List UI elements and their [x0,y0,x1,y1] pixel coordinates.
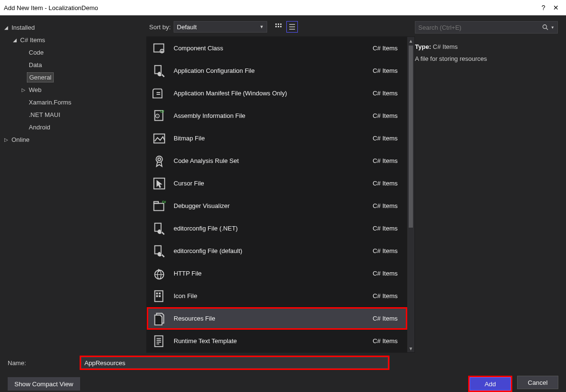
tree-item-web[interactable]: ▷Web [3,83,143,96]
template-name: Application Configuration File [174,67,359,74]
search-input[interactable] [418,24,542,31]
svg-text:i: i [157,114,158,117]
template-category: C# Items [365,292,403,300]
help-button[interactable]: ? [537,4,550,12]
chevron-right-icon: ▷ [20,87,27,92]
template-item[interactable]: Icon FileC# Items [147,285,407,307]
name-input-highlight [80,356,389,370]
svg-point-21 [158,158,161,161]
scroll-up-icon[interactable]: ▲ [407,37,414,45]
chevron-right-icon: ▷ [3,137,10,142]
pages-icon [151,310,168,327]
svg-point-20 [156,156,162,162]
bottom-bar: Name: Show Compact View Add Cancel [0,351,566,392]
template-item[interactable]: C#iAssembly Information FileC# Items [147,104,407,127]
ribbon-icon [151,152,168,170]
wrench-icon [151,242,168,260]
info-icon: C#i [151,107,168,125]
wrench-icon [151,62,168,80]
tree-item-android[interactable]: Android [3,121,143,133]
search-icon[interactable] [542,24,549,31]
template-category: C# Items [365,112,403,119]
template-toolbar: Sort by: Default ▼ [146,15,415,36]
svg-point-11 [161,50,163,52]
sort-value: Default [177,23,197,31]
svg-point-41 [543,25,547,29]
template-category: C# Items [365,157,403,164]
tree-item-label: Android [27,123,52,132]
tree-item-data[interactable]: Data [3,58,143,71]
scrollbar[interactable]: ▲ ▼ [407,37,414,352]
svg-rect-35 [159,295,161,297]
tree-item-label: Xamarin.Forms [27,98,73,107]
tree-item-online[interactable]: ▷Online [3,133,143,146]
add-button-highlight: Add [468,376,512,392]
template-item[interactable]: HTTP FileC# Items [147,262,407,285]
template-item[interactable]: Resources FileC# Items [147,307,407,330]
svg-text:C#: C# [160,110,165,113]
sort-select[interactable]: Default ▼ [174,21,267,33]
svg-rect-23 [154,203,164,210]
template-item[interactable]: Component ClassC# Items [147,37,407,59]
close-button[interactable]: ✕ [550,4,562,12]
sortby-label: Sort by: [149,23,171,31]
view-medium-icons-button[interactable] [273,21,284,33]
template-item[interactable]: Application Configuration FileC# Items [147,59,407,82]
folder-cs-icon: C# [151,197,168,215]
tree-item--net-maui[interactable]: .NET MAUI [3,108,143,121]
template-item[interactable]: Code Analysis Rule SetC# Items [147,150,407,172]
scroll-down-icon[interactable]: ▼ [407,345,414,352]
text-doc-icon [151,333,168,350]
view-list-button[interactable] [286,21,298,33]
compact-view-button[interactable]: Show Compact View [8,377,80,391]
tree-item-label: Installed [10,23,36,32]
svg-rect-36 [155,335,163,346]
template-name: Application Manifest File (Windows Only) [174,90,359,97]
search-box[interactable]: ▼ [415,21,558,34]
window-title: Add New Item - LocalizationDemo [4,4,537,12]
search-dropdown-icon[interactable]: ▼ [551,25,554,30]
cursor-icon [151,175,168,192]
image-icon [151,130,168,147]
svg-rect-4 [278,26,279,27]
template-item[interactable]: Cursor FileC# Items [147,172,407,195]
tree-item-installed[interactable]: ◢Installed [3,21,143,34]
template-category: C# Items [365,270,403,277]
cancel-button[interactable]: Cancel [517,376,558,389]
type-value: C# Items [433,43,458,50]
template-item[interactable]: Runtime Text TemplateC# Items [147,330,407,352]
tree-item-general[interactable]: General [3,71,143,83]
template-item[interactable]: Application Manifest File (Windows Only)… [147,82,407,104]
template-name: Cursor File [174,180,359,187]
template-category: C# Items [365,337,403,345]
template-item[interactable]: editorconfig File (default)C# Items [147,240,407,262]
svg-rect-33 [159,292,161,294]
tree-item-c-items[interactable]: ◢C# Items [3,34,143,46]
name-input[interactable] [81,357,388,369]
template-item[interactable]: C#Debugger VisualizerC# Items [147,195,407,217]
chevron-down-icon: ◢ [12,37,18,43]
add-button[interactable]: Add [470,377,511,391]
template-item[interactable]: editorconfig File (.NET)C# Items [147,217,407,240]
tree-item-xamarin-forms[interactable]: Xamarin.Forms [3,96,143,108]
svg-rect-0 [275,23,277,25]
svg-rect-3 [275,26,277,27]
details-pane: ▼ Type: C# Items A file for storing reso… [415,15,566,351]
type-label: Type: [415,43,431,50]
tree-item-code[interactable]: Code [3,46,143,58]
title-bar: Add New Item - LocalizationDemo ? ✕ [0,0,566,15]
svg-rect-2 [280,23,282,25]
template-list[interactable]: Component ClassC# ItemsApplication Confi… [147,37,407,352]
svg-text:C#: C# [162,200,166,204]
template-name: Icon File [174,292,359,300]
category-tree: ◢Installed◢C# ItemsCodeDataGeneral▷WebXa… [0,15,146,351]
svg-rect-5 [280,26,282,27]
icon-grid-icon [151,288,168,305]
svg-rect-32 [156,292,158,294]
template-name: Bitmap File [174,135,359,142]
template-item[interactable]: Bitmap FileC# Items [147,127,407,150]
tree-item-label: Web [27,85,44,94]
scroll-thumb[interactable] [409,46,413,228]
template-category: C# Items [365,135,403,142]
tree-item-label: Online [10,135,32,144]
